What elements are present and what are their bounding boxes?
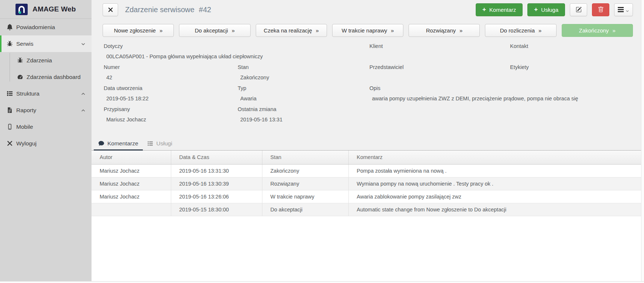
sidebar-item-label: Mobile: [16, 124, 33, 130]
app-window: AMAGE Web Powiadomienia Serwis: [0, 0, 644, 283]
cell-stan: W trakcie naprawy: [262, 190, 348, 203]
column-header-komentarz: Komentarz: [348, 151, 644, 164]
delete-button[interactable]: [592, 3, 609, 16]
state-button-czeka-na-realizacje[interactable]: Czeka na realizację»: [256, 24, 327, 37]
column-header-autor: Autor: [92, 151, 171, 164]
tab-label: Usługi: [156, 140, 172, 147]
state-button-zakonczony-current[interactable]: Zakończony»: [562, 24, 633, 37]
field-label-przedstawiciel: Przedstawiciel: [369, 64, 510, 70]
sidebar-item-powiadomienia[interactable]: Powiadomienia: [0, 19, 92, 35]
cell-autor: Mariusz Jochacz: [92, 177, 171, 190]
field-label-numer: Numer: [104, 64, 238, 70]
cell-autor: Mariusz Jochacz: [92, 190, 171, 203]
plus-icon: +: [534, 6, 538, 13]
amage-logo-icon: [16, 4, 28, 15]
workflow-states: Nowe zgłoszenie» Do akceptacji» Czeka na…: [103, 24, 633, 37]
state-button-nowe-zgloszenie[interactable]: Nowe zgłoszenie»: [103, 24, 174, 37]
sidebar-nav: Powiadomienia Serwis Zdarzenia: [0, 19, 92, 152]
cell-czas: 2019-05-16 13:30:39: [171, 177, 262, 190]
event-number: #42: [199, 6, 211, 14]
field-value-stan: Zakończony: [238, 75, 369, 80]
serwis-submenu: Zdarzenia Zdarzenia dashboard: [0, 52, 92, 85]
close-button[interactable]: [103, 3, 118, 16]
double-arrow-icon: »: [459, 27, 462, 34]
comments-table: Autor Data & Czas Stan Komentarz Mariusz…: [92, 151, 644, 216]
cell-stan: Do akceptacji: [262, 203, 348, 216]
chevron-down-icon: [626, 8, 629, 11]
horizontal-scrollbar[interactable]: [0, 281, 644, 283]
main-panel: Zdarzenie serwisowe#42 + Komentarz + Usł…: [92, 0, 644, 283]
state-button-do-rozliczenia[interactable]: Do rozliczenia»: [485, 24, 556, 37]
field-value-data-utworzenia: 2019-05-15 18:22: [104, 96, 238, 101]
tab-uslugi[interactable]: Usługi: [143, 138, 177, 150]
logout-x-icon: [7, 140, 13, 146]
field-value-numer: 42: [104, 75, 238, 80]
add-service-button[interactable]: + Usługa: [527, 3, 565, 16]
sidebar-item-raporty[interactable]: Raporty: [0, 102, 92, 118]
brand-title: AMAGE Web: [32, 5, 76, 13]
services-list-icon: [147, 141, 153, 146]
add-comment-button[interactable]: + Komentarz: [476, 3, 523, 16]
sidebar: AMAGE Web Powiadomienia Serwis: [0, 0, 92, 283]
double-arrow-icon: »: [316, 27, 318, 34]
menu-bars-icon: [618, 7, 624, 12]
comment-row[interactable]: Mariusz Jochacz 2019-05-16 13:31:30 Zako…: [92, 164, 644, 177]
comment-bubble-icon: [98, 141, 104, 146]
state-button-rozwiazany[interactable]: Rozwiązany»: [409, 24, 480, 37]
field-label-stan: Stan: [238, 64, 369, 70]
cell-stan: Zakończony: [262, 164, 348, 177]
field-label-kontakt: Kontakt: [510, 43, 630, 49]
table-header-row: Autor Data & Czas Stan Komentarz: [92, 151, 644, 164]
sidebar-item-label: Serwis: [16, 41, 34, 47]
page-title: Zdarzenie serwisowe#42: [125, 6, 211, 14]
field-label-typ: Typ: [238, 85, 369, 91]
add-comment-label: Komentarz: [489, 7, 516, 13]
cell-czas: 2019-05-15 18:30:00: [171, 203, 262, 216]
brand[interactable]: AMAGE Web: [0, 0, 92, 19]
double-arrow-icon: »: [232, 27, 235, 34]
cell-stan: Rozwiązany: [262, 177, 348, 190]
field-label-przypisany: Przypisany: [104, 106, 238, 112]
field-label-etykiety: Etykiety: [510, 64, 630, 70]
sidebar-subitem-zdarzenia-dashboard[interactable]: Zdarzenia dashboard: [0, 69, 92, 85]
page-title-text: Zdarzenie serwisowe: [125, 6, 194, 14]
column-header-stan: Stan: [262, 151, 348, 164]
comment-row[interactable]: Mariusz Jochacz 2019-05-16 13:26:06 W tr…: [92, 190, 644, 203]
event-details: Dotyczy Klient Kontakt 00LCA05AP001 - Po…: [104, 41, 630, 125]
trash-icon: [598, 7, 604, 13]
cell-komentarz: Wymiana pompy na nową uruchomienie . Tes…: [348, 177, 644, 190]
bug-icon: [7, 41, 13, 47]
state-button-w-trakcie-naprawy[interactable]: W trakcie naprawy»: [332, 24, 403, 37]
sidebar-item-mobile[interactable]: Mobile: [0, 118, 92, 135]
cell-autor: Mariusz Jochacz: [92, 164, 171, 177]
sidebar-item-struktura[interactable]: Struktura: [0, 85, 92, 102]
field-label-ostatnia-zmiana: Ostatnia zmiana: [238, 106, 369, 112]
field-value-dotyczy: 00LCA05AP001 - Pompa główna wypełniająca…: [104, 54, 369, 59]
sidebar-item-label: Powiadomienia: [16, 24, 55, 31]
sidebar-item-wyloguj[interactable]: Wyloguj: [0, 135, 92, 152]
tab-komentarze[interactable]: Komentarze: [94, 138, 143, 150]
bug-icon: [17, 57, 23, 63]
header-actions: + Komentarz + Usługa: [476, 3, 633, 16]
comment-row[interactable]: Mariusz Jochacz 2019-05-16 13:30:39 Rozw…: [92, 177, 644, 190]
edit-button[interactable]: [570, 3, 587, 16]
bell-icon: [7, 24, 13, 30]
vertical-scrollbar[interactable]: [641, 0, 644, 283]
sidebar-subitem-zdarzenia[interactable]: Zdarzenia: [0, 52, 92, 69]
cell-autor: [92, 203, 171, 216]
double-arrow-icon: »: [159, 27, 162, 34]
more-menu-button[interactable]: [614, 3, 633, 16]
double-arrow-icon: »: [538, 27, 541, 34]
add-service-label: Usługa: [541, 7, 558, 13]
comment-row[interactable]: 2019-05-15 18:30:00 Do akceptacji Automa…: [92, 203, 644, 216]
comments-panel: Autor Data & Czas Stan Komentarz Mariusz…: [92, 151, 644, 283]
tab-label: Komentarze: [107, 140, 138, 147]
chevron-up-icon: [81, 91, 86, 96]
field-value-przypisany: Mariusz Jochacz: [104, 117, 238, 122]
sidebar-item-label: Zdarzenia: [27, 57, 52, 64]
state-button-do-akceptacji[interactable]: Do akceptacji»: [179, 24, 250, 37]
field-value-typ: Awaria: [238, 96, 369, 101]
sidebar-item-label: Struktura: [16, 90, 39, 97]
sidebar-item-serwis[interactable]: Serwis: [0, 35, 92, 52]
tabs-bar: Komentarze Usługi: [92, 138, 644, 151]
